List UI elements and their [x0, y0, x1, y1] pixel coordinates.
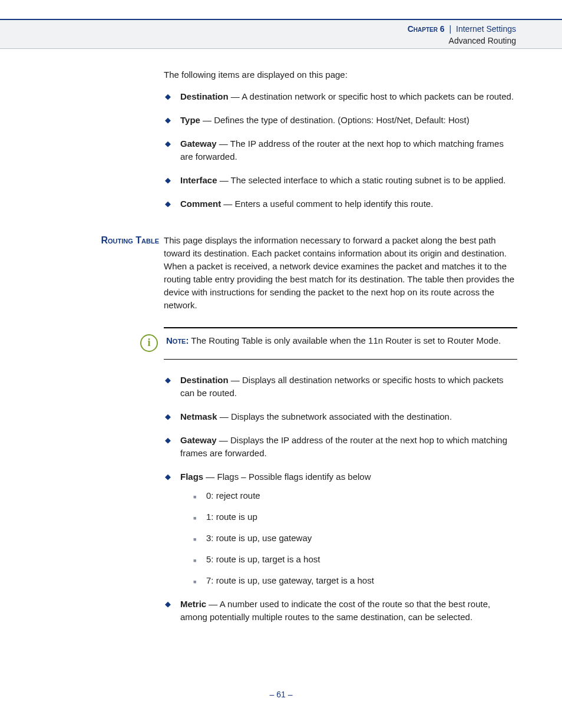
desc: — Flags – Possible flags identify as bel…	[203, 472, 371, 482]
desc: — A number used to indicate the cost of …	[180, 599, 490, 622]
list-item: 0: reject route	[193, 489, 517, 502]
side-heading-routing-table: Routing Table	[93, 234, 164, 312]
page-number: – 61 –	[0, 690, 562, 699]
note-body: The Routing Table is only available when…	[189, 335, 501, 345]
list-item: Gateway — Displays the IP address of the…	[164, 434, 517, 460]
term: Gateway	[180, 139, 217, 149]
desc: — Displays the IP address of the router …	[180, 435, 507, 458]
term: Netmask	[180, 411, 217, 421]
desc: — A destination network or specific host…	[229, 91, 514, 101]
desc: — Displays the subnetwork associated wit…	[217, 411, 452, 421]
note-rule-bottom	[164, 359, 517, 360]
list-item: Gateway — The IP address of the router a…	[164, 137, 517, 163]
note-text: Note: The Routing Table is only availabl…	[166, 334, 501, 347]
list-item: Metric — A number used to indicate the c…	[164, 598, 517, 624]
intro-text: The following items are displayed on thi…	[164, 70, 517, 80]
desc: — The selected interface to which a stat…	[217, 175, 506, 185]
desc: — Displays all destination networks or s…	[180, 375, 504, 398]
list-item: Interface — The selected interface to wh…	[164, 174, 517, 187]
chapter-label: Chapter 6	[408, 24, 445, 34]
desc: — Enters a useful comment to help identi…	[221, 199, 433, 209]
list-item: 5: route is up, target is a host	[193, 553, 517, 566]
list-item: 3: route is up, use gateway	[193, 532, 517, 545]
term: Destination	[180, 375, 229, 385]
term: Gateway	[180, 435, 217, 445]
list-item: Comment — Enters a useful comment to hel…	[164, 197, 517, 210]
routing-table-section: Routing Table This page displays the inf…	[93, 234, 517, 312]
page-header: Chapter 6 | Internet Settings Advanced R…	[0, 19, 562, 49]
flags-sublist: 0: reject route 1: route is up 3: route …	[193, 489, 517, 587]
list-item: Netmask — Displays the subnetwork associ…	[164, 410, 517, 423]
info-icon: i	[140, 334, 158, 352]
list-item: 7: route is up, use gateway, target is a…	[193, 574, 517, 587]
header-separator: |	[447, 24, 454, 34]
list-item: Flags — Flags – Possible flags identify …	[164, 470, 517, 587]
list-item: Type — Defines the type of destination. …	[164, 114, 517, 127]
desc: — The IP address of the router at the ne…	[180, 139, 504, 162]
desc: — Defines the type of destination. (Opti…	[200, 115, 470, 125]
note-block: i Note: The Routing Table is only availa…	[164, 327, 517, 360]
list-item: Destination — Displays all destination n…	[164, 374, 517, 400]
field-list-1: Destination — A destination network or s…	[164, 90, 517, 210]
term: Metric	[180, 599, 206, 609]
header-line-1: Chapter 6 | Internet Settings	[408, 23, 516, 35]
term: Comment	[180, 199, 221, 209]
list-item: Destination — A destination network or s…	[164, 90, 517, 103]
list-item: 1: route is up	[193, 510, 517, 523]
term: Interface	[180, 175, 217, 185]
page-content: The following items are displayed on thi…	[93, 70, 517, 634]
term: Type	[180, 115, 200, 125]
term: Destination	[180, 91, 229, 101]
note-label: Note:	[166, 335, 189, 345]
header-section: Internet Settings	[456, 24, 516, 34]
routing-table-paragraph: This page displays the information neces…	[164, 234, 517, 312]
term: Flags	[180, 472, 203, 482]
header-subsection: Advanced Routing	[408, 35, 516, 47]
field-list-2: Destination — Displays all destination n…	[164, 374, 517, 624]
